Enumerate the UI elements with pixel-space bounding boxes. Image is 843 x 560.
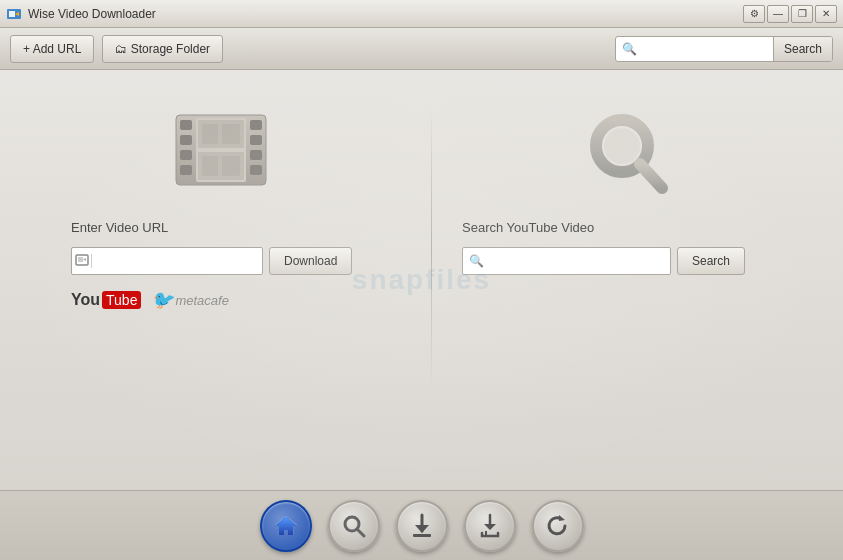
youtube-you: You	[71, 291, 100, 309]
svg-line-24	[640, 164, 662, 188]
svg-rect-8	[180, 165, 192, 175]
svg-rect-17	[222, 124, 240, 144]
search-youtube-label: Search YouTube Video	[462, 220, 594, 235]
svg-rect-19	[222, 156, 240, 176]
add-url-button[interactable]: + Add URL	[10, 35, 94, 63]
youtube-search-input[interactable]	[490, 254, 670, 268]
supported-sites-logos: YouTube 🐦 metacafe	[71, 289, 229, 311]
title-bar: Wise Video Downloader ⚙ — ❐ ✕	[0, 0, 843, 28]
main-content: snapfiles	[0, 70, 843, 490]
svg-line-31	[357, 529, 364, 536]
window-controls: ⚙ — ❐ ✕	[743, 5, 837, 23]
search-input-row: 🔍 Search	[462, 247, 745, 275]
metacafe-logo: 🐦 metacafe	[151, 289, 228, 311]
svg-rect-6	[180, 135, 192, 145]
search-icon-large	[582, 110, 682, 200]
url-icon	[72, 254, 92, 268]
svg-rect-1	[9, 11, 15, 17]
home-nav-button[interactable]	[260, 500, 312, 552]
header-search-box: 🔍 Search	[615, 36, 833, 62]
toolbar: + Add URL 🗂 Storage Folder 🔍 Search	[0, 28, 843, 70]
svg-rect-7	[180, 150, 192, 160]
window-title: Wise Video Downloader	[28, 7, 743, 21]
youtube-logo: YouTube	[71, 291, 141, 309]
bottom-nav-bar	[0, 490, 843, 560]
url-input[interactable]	[92, 254, 262, 268]
search-small-icon: 🔍	[463, 254, 490, 268]
svg-rect-10	[250, 135, 262, 145]
download-nav-button[interactable]	[396, 500, 448, 552]
svg-rect-11	[250, 150, 262, 160]
svg-point-25	[604, 128, 640, 164]
download-panel: Enter Video URL Download YouTube 🐦	[11, 100, 431, 311]
settings-btn[interactable]: ⚙	[743, 5, 765, 23]
storage-folder-button[interactable]: 🗂 Storage Folder	[102, 35, 223, 63]
svg-rect-18	[202, 156, 218, 176]
svg-marker-33	[415, 525, 429, 533]
restore-btn[interactable]: ❐	[791, 5, 813, 23]
header-search-button[interactable]: Search	[773, 36, 832, 62]
svg-rect-16	[202, 124, 218, 144]
metacafe-bird-icon: 🐦	[151, 289, 173, 311]
film-icon	[166, 110, 276, 200]
url-input-row: Download	[71, 247, 352, 275]
metacafe-text: metacafe	[175, 293, 228, 308]
header-search-input[interactable]	[643, 42, 773, 56]
svg-marker-22	[83, 258, 86, 261]
download-button[interactable]: Download	[269, 247, 352, 275]
svg-rect-21	[78, 257, 83, 262]
header-search-icon: 🔍	[616, 42, 643, 56]
youtube-tube: Tube	[102, 291, 141, 309]
url-input-wrapper	[71, 247, 263, 275]
youtube-search-button[interactable]: Search	[677, 247, 745, 275]
enter-url-label: Enter Video URL	[71, 220, 168, 235]
svg-marker-36	[484, 524, 496, 530]
search-input-wrapper: 🔍	[462, 247, 671, 275]
search-panel: Search YouTube Video 🔍 Search	[432, 100, 832, 275]
svg-rect-5	[180, 120, 192, 130]
search-nav-button[interactable]	[328, 500, 380, 552]
svg-marker-29	[276, 517, 296, 535]
app-icon	[6, 6, 22, 22]
refresh-nav-button[interactable]	[532, 500, 584, 552]
close-btn[interactable]: ✕	[815, 5, 837, 23]
svg-marker-38	[559, 515, 565, 521]
minimize-btn[interactable]: —	[767, 5, 789, 23]
svg-rect-34	[413, 534, 431, 537]
download-to-nav-button[interactable]	[464, 500, 516, 552]
svg-rect-9	[250, 120, 262, 130]
svg-rect-12	[250, 165, 262, 175]
